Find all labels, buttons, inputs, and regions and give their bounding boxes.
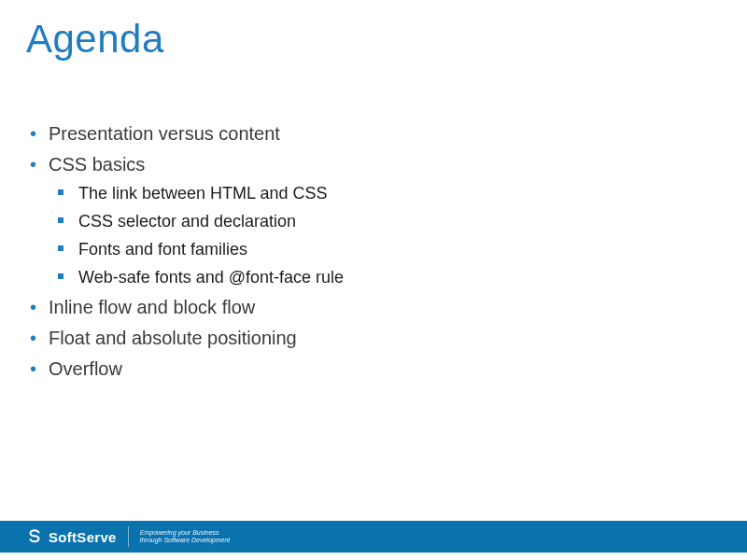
list-item: Inline flow and block flow (26, 293, 721, 322)
list-item-text: Inline flow and block flow (49, 297, 255, 317)
list-item: The link between HTML and CSS (49, 181, 721, 207)
sub-bullet-list: The link between HTML and CSS CSS select… (49, 181, 721, 291)
bullet-list: Presentation versus content CSS basics T… (26, 119, 721, 384)
list-item: Overflow (26, 355, 721, 384)
list-item-text: Web-safe fonts and @font-face rule (78, 268, 344, 287)
list-item-text: CSS selector and declaration (78, 212, 296, 231)
slide: Agenda Presentation versus content CSS b… (0, 0, 747, 560)
list-item-text: Presentation versus content (49, 123, 280, 144)
brand-tagline: Empowering your Business through Softwar… (140, 529, 231, 545)
slide-content: Presentation versus content CSS basics T… (26, 119, 721, 385)
list-item: Web-safe fonts and @font-face rule (49, 265, 721, 291)
list-item-text: Fonts and font families (78, 240, 247, 259)
brand-name: SoftServe (49, 529, 117, 545)
list-item: Presentation versus content (26, 119, 721, 148)
footer-bar: SoftServe Empowering your Business throu… (0, 521, 747, 553)
list-item-text: The link between HTML and CSS (78, 184, 327, 203)
brand-logo: SoftServe (26, 528, 117, 545)
list-item: CSS selector and declaration (49, 209, 721, 235)
tagline-line: Empowering your Business (140, 529, 231, 537)
list-item-text: CSS basics (49, 154, 145, 175)
list-item: Fonts and font families (49, 237, 721, 263)
slide-title: Agenda (26, 17, 164, 62)
softserve-logo-icon (26, 528, 43, 545)
list-item: CSS basics The link between HTML and CSS… (26, 150, 721, 291)
footer-divider (128, 526, 129, 547)
list-item-text: Float and absolute positioning (49, 328, 297, 348)
tagline-line: through Software Development (140, 537, 231, 544)
list-item: Float and absolute positioning (26, 324, 721, 353)
list-item-text: Overflow (49, 358, 122, 379)
